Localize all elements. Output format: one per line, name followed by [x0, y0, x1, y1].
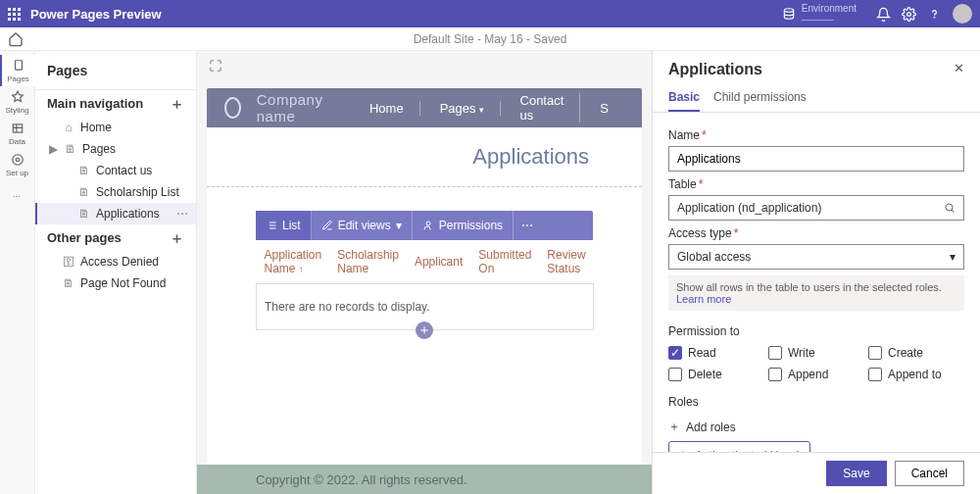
table-lookup-value: Application (nd_application): [677, 201, 821, 215]
role-chip-authenticated[interactable]: Authenticated Users ⋮: [668, 441, 810, 452]
rail-setup[interactable]: Set up: [0, 149, 35, 180]
tree-not-found-label: Page Not Found: [80, 276, 166, 290]
tree-applications[interactable]: 🗎 Applications ⋯: [35, 203, 196, 224]
col-submitted[interactable]: Submitted On: [470, 240, 539, 284]
perm-read[interactable]: ✓Read: [668, 346, 764, 360]
permissions-button[interactable]: Permissions: [413, 211, 514, 240]
col-app-name[interactable]: Application Name ↑: [257, 240, 330, 284]
table-lookup[interactable]: Application (nd_application): [668, 195, 964, 221]
tree-item-menu-icon[interactable]: ⋯: [176, 207, 188, 221]
people-icon: [677, 450, 689, 452]
svg-point-7: [12, 154, 23, 165]
perm-create[interactable]: Create: [868, 346, 964, 360]
permissions-label: Permissions: [439, 219, 503, 232]
role-chip-menu-icon[interactable]: ⋮: [792, 449, 804, 452]
nav-pages[interactable]: Pages▾: [436, 101, 501, 116]
product-title: Power Pages Preview: [30, 7, 162, 22]
perm-read-label: Read: [688, 346, 716, 360]
save-button[interactable]: Save: [826, 461, 886, 486]
col-review-status[interactable]: Review Status: [539, 240, 593, 284]
cancel-button[interactable]: Cancel: [895, 461, 964, 486]
tree-access-denied[interactable]: ⚿ Access Denied: [35, 251, 196, 272]
nav-home[interactable]: Home: [366, 101, 420, 116]
add-other-page-icon[interactable]: ＋: [170, 230, 184, 245]
permission-to-label: Permission to: [668, 324, 964, 338]
nav-pages-label: Pages: [440, 101, 476, 116]
learn-more-link[interactable]: Learn more: [676, 293, 731, 305]
perm-append[interactable]: Append: [768, 368, 864, 381]
tab-basic[interactable]: Basic: [668, 84, 700, 112]
tree-scholarship-label: Scholarship List: [96, 185, 179, 199]
name-input[interactable]: [668, 146, 964, 172]
perm-append-to-label: Append to: [888, 368, 942, 381]
environment-icon: [782, 7, 796, 21]
page-icon: 🗎: [65, 143, 76, 155]
list-button[interactable]: List: [256, 211, 312, 240]
tree-contact[interactable]: 🗎 Contact us: [35, 160, 196, 181]
svg-point-1: [906, 12, 910, 16]
tree-home-label: Home: [80, 121, 112, 134]
site-body: Applications List Edit views ▾: [207, 127, 642, 494]
settings-icon[interactable]: [896, 1, 921, 26]
tree-home[interactable]: ⌂ Home: [35, 117, 196, 138]
tree-access-denied-label: Access Denied: [80, 255, 159, 269]
tree-applications-label: Applications: [96, 207, 160, 221]
other-pages-header: Other pages ＋: [35, 224, 196, 251]
search-icon: [944, 202, 956, 214]
chevron-down-icon: ▾: [479, 105, 484, 115]
tree-scholarship[interactable]: 🗎 Scholarship List: [35, 181, 196, 203]
page-icon: 🗎: [78, 165, 90, 176]
col-scholarship[interactable]: Scholarship Name: [329, 240, 407, 284]
perm-write[interactable]: Write: [768, 346, 864, 360]
chevron-right-icon[interactable]: ▶: [49, 142, 59, 156]
home-icon[interactable]: [8, 31, 24, 47]
perm-append-label: Append: [788, 368, 828, 381]
tree-not-found[interactable]: 🗎 Page Not Found: [35, 272, 196, 294]
panel-footer: Save Cancel: [653, 452, 980, 494]
page-icon: 🗎: [63, 277, 74, 289]
sort-asc-icon: ↑: [299, 264, 304, 274]
col-app-name-label: Application Name: [265, 248, 322, 275]
waffle-icon[interactable]: [8, 8, 21, 21]
status-bar: Default Site - May 16 - Saved: [0, 27, 980, 51]
perm-write-label: Write: [788, 346, 815, 360]
perm-delete[interactable]: Delete: [668, 368, 764, 381]
design-rail: Pages Styling Data Set up ⋯: [0, 51, 35, 494]
toolbar-overflow[interactable]: ⋯: [514, 211, 541, 240]
user-avatar[interactable]: [953, 4, 972, 24]
nav-more[interactable]: S: [596, 101, 624, 116]
rail-pages[interactable]: Pages: [0, 55, 35, 86]
close-icon[interactable]: ✕: [954, 61, 964, 75]
svg-point-3: [934, 17, 935, 18]
access-type-label: Access type*: [668, 226, 964, 240]
suite-header: Power Pages Preview Environment ———: [0, 0, 980, 27]
add-page-icon[interactable]: ＋: [170, 96, 184, 111]
environment-label: Environment: [802, 4, 857, 14]
tab-child-permissions[interactable]: Child permissions: [713, 84, 807, 112]
rail-styling[interactable]: Styling: [0, 86, 35, 118]
site-nav: Company name Home Pages▾ Contact us S: [207, 88, 642, 127]
pages-sidebar: Pages Main navigation ＋ ⌂ Home ▶ 🗎 Pages…: [35, 51, 197, 494]
notifications-icon[interactable]: [870, 1, 896, 26]
perm-append-to[interactable]: Append to: [868, 368, 964, 381]
tree-pages[interactable]: ▶ 🗎 Pages: [35, 138, 196, 160]
rail-data[interactable]: Data: [0, 118, 35, 149]
environment-picker[interactable]: Environment ———: [802, 4, 857, 25]
access-type-select[interactable]: Global access ▾: [668, 244, 964, 270]
site-logo[interactable]: [224, 97, 241, 119]
page-icon: 🗎: [78, 208, 90, 220]
edit-views-button[interactable]: Edit views ▾: [312, 211, 413, 240]
rail-more[interactable]: ⋯: [0, 180, 35, 212]
add-section-icon[interactable]: ＋: [416, 321, 433, 339]
page-heading: Applications: [472, 144, 589, 170]
nav-contact[interactable]: Contact us: [516, 93, 581, 123]
col-applicant[interactable]: Applicant: [407, 240, 470, 284]
home-page-icon: ⌂: [63, 122, 74, 133]
site-footer-text: Copyright © 2022. All rights reserved.: [197, 465, 652, 494]
add-roles-button[interactable]: ＋ Add roles: [668, 413, 964, 441]
main-nav-header: Main navigation ＋: [35, 90, 196, 117]
help-icon[interactable]: [921, 1, 947, 26]
tree-pages-label: Pages: [82, 142, 116, 156]
add-roles-label: Add roles: [686, 420, 736, 434]
checkbox-icon: [768, 346, 782, 360]
